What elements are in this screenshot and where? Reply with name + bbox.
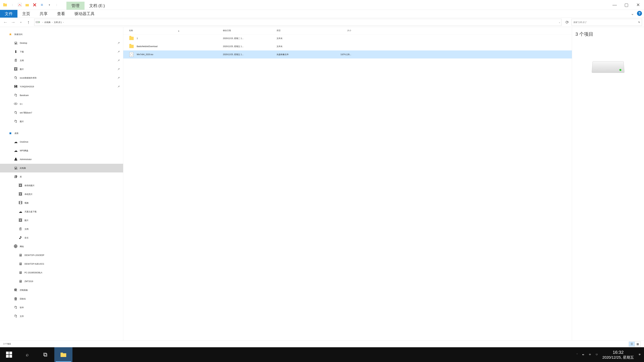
- file-rows[interactable]: 12020/12/15, 星期二 1...文件夹BaiduNetdiskDown…: [123, 34, 572, 341]
- tree-item[interactable]: 🖥︎PC-20190530OBLA: [0, 268, 123, 277]
- properties-icon[interactable]: [17, 2, 23, 8]
- thumbnails-view-button[interactable]: ▦: [634, 342, 641, 347]
- tree-item[interactable]: 🖼︎图片: [0, 216, 123, 225]
- back-button[interactable]: ←: [2, 19, 9, 26]
- tree-item[interactable]: 🎞︎视频: [0, 199, 123, 207]
- search-icon[interactable]: 🔍︎: [638, 21, 640, 23]
- delete-icon[interactable]: ✕: [32, 2, 38, 8]
- expand-ribbon-icon[interactable]: ⌄: [631, 11, 634, 16]
- help-icon[interactable]: ?: [637, 11, 642, 16]
- file-type: 文件夹: [276, 37, 321, 40]
- network-root[interactable]: 🌐︎网络: [0, 242, 123, 251]
- svg-rect-0: [3, 4, 7, 6]
- col-type[interactable]: 类型: [276, 29, 321, 32]
- file-row[interactable]: Win7x64_2020.iso2020/12/25, 星期五 1...光盘映像…: [123, 50, 572, 58]
- folder-icon: [129, 36, 134, 41]
- tray-expand-icon[interactable]: ˄: [576, 354, 578, 356]
- file-date: 2020/12/25, 星期五 1...: [223, 53, 276, 56]
- file-type: 文件夹: [276, 45, 321, 48]
- recycle-bin-item[interactable]: 🗑︎回收站: [0, 295, 123, 303]
- col-size[interactable]: 大小: [321, 29, 351, 32]
- tree-item[interactable]: 🖼︎图片📌︎: [0, 65, 123, 73]
- control-panel-item[interactable]: 🛠︎控制面板: [0, 286, 123, 295]
- control-panel-icon: 🛠︎: [14, 288, 18, 292]
- tree-item[interactable]: 👤︎Administrator: [0, 155, 123, 164]
- desktop-root[interactable]: ■桌面: [0, 129, 123, 138]
- tree-item[interactable]: 📄︎文档📌︎: [0, 56, 123, 65]
- tree-item[interactable]: 💻︎Desktop📌︎: [0, 39, 123, 47]
- tree-item[interactable]: ☁︎OneDrive: [0, 138, 123, 146]
- tree-item[interactable]: 💿︎G:\: [0, 100, 123, 108]
- address-bar[interactable]: › 此电脑 › 文档 (E:) › ⌄: [34, 19, 562, 26]
- tree-item[interactable]: ☁︎WPS网盘: [0, 146, 123, 155]
- tree-item[interactable]: ☁︎天翼云盘下载: [0, 207, 123, 216]
- share-tab[interactable]: 共享: [35, 10, 52, 17]
- tree-item[interactable]: 💻︎此电脑: [0, 164, 123, 172]
- tree-item[interactable]: 📚︎库: [0, 172, 123, 181]
- tree-item[interactable]: 🖥︎DESKTOP-NJEU3CG: [0, 260, 123, 268]
- software-folder-item[interactable]: 📁︎软件: [0, 303, 123, 312]
- col-name[interactable]: 名称▴: [129, 29, 223, 32]
- forward-button[interactable]: →: [10, 19, 16, 26]
- tree-item[interactable]: 📁︎win7重装win7: [0, 108, 123, 117]
- pin-icon: 📌︎: [117, 76, 120, 80]
- item-icon: 💿︎: [14, 102, 18, 106]
- task-view-button[interactable]: ⧉: [36, 347, 54, 362]
- titlebar: | ✕ ≡ ▾ | 管理 文档 (E:) — ▢ ✕: [0, 0, 644, 10]
- tree-item[interactable]: 🖼︎本机照片: [0, 190, 123, 199]
- minimize-button[interactable]: —: [609, 1, 620, 9]
- ime-indicator[interactable]: 中: [589, 353, 591, 356]
- rename-icon[interactable]: ≡: [39, 2, 45, 8]
- action-center-icon[interactable]: 💬︎: [639, 354, 641, 356]
- view-tab[interactable]: 查看: [52, 10, 70, 17]
- qat-sep2: |: [54, 2, 60, 8]
- tree-item[interactable]: 🖥︎DESKTOP-LSSOEDP: [0, 251, 123, 260]
- details-view-button[interactable]: ☰: [629, 342, 635, 347]
- svg-rect-6: [6, 352, 9, 355]
- tree-item[interactable]: 🖼︎保存的图片: [0, 181, 123, 190]
- new-folder-icon[interactable]: [24, 2, 30, 8]
- explorer-taskbar-button[interactable]: [54, 347, 72, 362]
- item-icon: ☁︎: [18, 210, 23, 214]
- search-button[interactable]: ⌕: [18, 347, 36, 362]
- col-date[interactable]: 修改日期: [223, 29, 276, 32]
- tree-item[interactable]: 📄︎文档: [0, 225, 123, 233]
- recent-dropdown-icon[interactable]: ▾: [18, 19, 24, 26]
- svg-rect-7: [10, 352, 12, 355]
- tree-item[interactable]: 💾︎YUNQISHI2019📌︎: [0, 82, 123, 91]
- refresh-button[interactable]: ⟳: [564, 19, 570, 26]
- clock-time: 16:32: [602, 350, 634, 355]
- tree-item[interactable]: 📁︎Bandicam: [0, 91, 123, 100]
- navigation-tree[interactable]: ★快速访问 💻︎Desktop📌︎⬇︎下载📌︎📄︎文档📌︎🖼︎图片📌︎📁︎exc…: [0, 27, 123, 341]
- maximize-button[interactable]: ▢: [620, 1, 632, 9]
- item-icon: 🖥︎: [18, 271, 23, 275]
- up-button[interactable]: ↑: [25, 19, 32, 26]
- tree-item[interactable]: 🖥︎ZMT2019: [0, 277, 123, 286]
- home-tab[interactable]: 主页: [18, 10, 35, 17]
- volume-icon[interactable]: 🔊︎: [582, 354, 584, 356]
- svg-rect-9: [10, 355, 12, 358]
- qat-dropdown-icon[interactable]: ▾: [46, 2, 52, 8]
- breadcrumb-item[interactable]: 此电脑: [44, 21, 50, 24]
- clock[interactable]: 16:32 2020/12/25, 星期五: [602, 350, 634, 360]
- quick-access-root[interactable]: ★快速访问: [0, 30, 123, 39]
- file-row[interactable]: BaiduNetdiskDownload2020/12/25, 星期五 1...…: [123, 42, 572, 50]
- tree-item[interactable]: 📁︎图片: [0, 117, 123, 126]
- breadcrumb-item[interactable]: 文档 (E:): [54, 21, 62, 24]
- pin-icon: 📌︎: [117, 85, 120, 88]
- tree-item[interactable]: ⬇︎下载📌︎: [0, 47, 123, 56]
- file-tab[interactable]: 文件: [0, 10, 18, 17]
- tree-item[interactable]: 📁︎excel表格制作求和📌︎: [0, 73, 123, 82]
- search-input[interactable]: 搜索"文档 (E:)" 🔍︎: [572, 19, 642, 26]
- drive-tools-tab[interactable]: 驱动器工具: [70, 10, 99, 17]
- item-icon: ☁︎: [14, 140, 18, 144]
- tree-item[interactable]: 🎵︎音乐: [0, 233, 123, 242]
- start-button[interactable]: [0, 347, 18, 362]
- svg-rect-3: [26, 4, 29, 6]
- file-row[interactable]: 12020/12/15, 星期二 1...文件夹: [123, 34, 572, 42]
- close-button[interactable]: ✕: [632, 1, 644, 9]
- files-folder-item[interactable]: 📁︎文件: [0, 312, 123, 321]
- security-icon[interactable]: 🛡︎: [596, 354, 598, 356]
- app-icon[interactable]: [2, 2, 8, 8]
- address-dropdown-icon[interactable]: ⌄: [559, 21, 560, 23]
